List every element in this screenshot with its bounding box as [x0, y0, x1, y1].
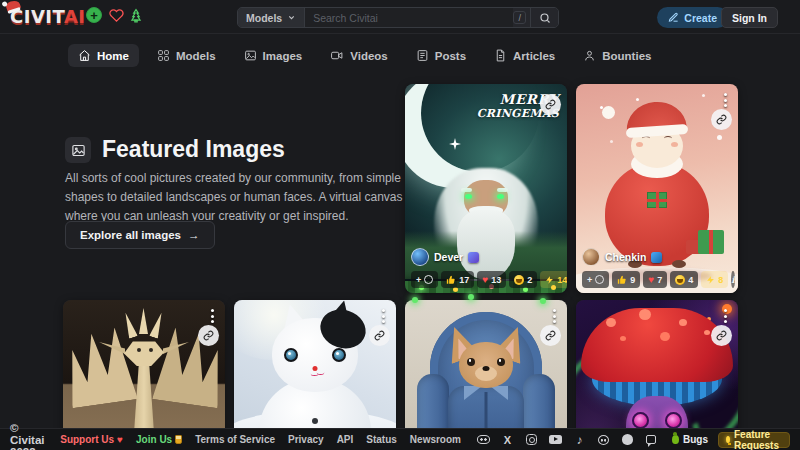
search-icon — [539, 12, 551, 24]
copy-link-button[interactable] — [711, 325, 732, 346]
copy-link-button[interactable] — [369, 325, 390, 346]
art-shape — [665, 412, 682, 429]
file-text-icon — [494, 49, 507, 62]
heart-reaction[interactable]: ♥13 — [477, 271, 506, 288]
art-shape — [606, 318, 616, 327]
art-shape — [636, 142, 643, 147]
creator-row[interactable]: Dever — [411, 248, 561, 266]
tab-models-label: Models — [176, 50, 216, 62]
footer-link-terms[interactable]: Terms of Service — [195, 434, 275, 445]
add-reaction-button[interactable]: + — [411, 271, 438, 288]
support-heart-button[interactable] — [108, 7, 124, 23]
heart-count: 13 — [491, 275, 501, 285]
tab-articles[interactable]: Articles — [484, 44, 565, 67]
beer-icon — [175, 435, 182, 444]
footer-link-privacy[interactable]: Privacy — [288, 434, 324, 445]
link-icon — [716, 114, 727, 125]
user-badge — [651, 252, 662, 263]
tab-posts-label: Posts — [435, 50, 466, 62]
footer-link-join-us[interactable]: Join Us — [136, 434, 182, 445]
home-icon — [78, 49, 91, 62]
explore-all-images-button[interactable]: Explore all images → — [65, 221, 215, 249]
x-twitter-icon[interactable]: X — [500, 432, 515, 447]
image-info-button[interactable]: i — [731, 271, 734, 288]
art-shape — [483, 366, 490, 371]
copy-link-button[interactable] — [540, 94, 561, 115]
feature-requests-button[interactable]: Feature Requests — [718, 432, 790, 448]
tab-videos[interactable]: Videos — [320, 44, 398, 67]
card-menu-button[interactable] — [722, 91, 729, 109]
art-shape — [497, 194, 504, 199]
footer-link-newsroom[interactable]: Newsroom — [410, 434, 461, 445]
card-menu-button[interactable] — [380, 307, 387, 325]
footer-link-support-us[interactable]: Support Us♥ — [60, 434, 123, 445]
add-button[interactable]: + — [86, 7, 102, 23]
github-icon[interactable] — [620, 432, 635, 447]
footer-link-api[interactable]: API — [337, 434, 354, 445]
tab-articles-label: Articles — [513, 50, 555, 62]
search-submit-button[interactable] — [530, 8, 558, 27]
create-button[interactable]: Create — [657, 7, 728, 28]
laugh-reaction[interactable]: 2 — [509, 271, 537, 288]
thumbs-up-icon — [446, 275, 456, 285]
art-shape — [332, 348, 346, 362]
twitch-icon[interactable] — [644, 432, 659, 447]
avatar[interactable] — [411, 248, 429, 266]
art-shape — [137, 348, 141, 352]
username[interactable]: Chenkin — [605, 251, 646, 263]
tab-bounties[interactable]: Bounties — [573, 44, 661, 67]
tiktok-icon[interactable]: ♪ — [572, 432, 587, 447]
search-bar: Models / — [237, 7, 559, 28]
copy-link-button[interactable] — [711, 109, 732, 130]
smiley-icon — [595, 275, 604, 284]
link-icon — [545, 99, 556, 110]
tab-posts[interactable]: Posts — [406, 44, 476, 67]
laugh-count: 2 — [527, 275, 532, 285]
plus-icon: + — [587, 275, 592, 285]
sign-in-button[interactable]: Sign In — [721, 7, 778, 28]
instagram-icon[interactable] — [524, 432, 539, 447]
feature-requests-label: Feature Requests — [734, 429, 782, 450]
person-icon — [583, 49, 596, 62]
copy-link-button[interactable] — [540, 325, 561, 346]
zap-reaction[interactable]: 14 — [540, 271, 567, 288]
tab-images[interactable]: Images — [234, 44, 313, 67]
footer-bar: © Civitai 2023 Support Us♥ Join Us Terms… — [0, 428, 800, 450]
zap-reaction[interactable]: 8 — [701, 271, 728, 288]
laugh-emoji-icon — [675, 275, 685, 285]
username[interactable]: Dever — [434, 251, 463, 263]
tab-bounties-label: Bounties — [602, 50, 651, 62]
laugh-reaction[interactable]: 4 — [670, 271, 698, 288]
copyright: © Civitai 2023 — [10, 422, 47, 450]
chevron-down-icon — [287, 13, 296, 22]
avatar[interactable] — [582, 248, 600, 266]
reddit-icon[interactable] — [596, 432, 611, 447]
discord-icon[interactable] — [476, 432, 491, 447]
bugs-button[interactable]: Bugs — [672, 434, 708, 445]
like-reaction[interactable]: 17 — [441, 271, 474, 288]
tab-models[interactable]: Models — [147, 44, 226, 67]
link-icon — [716, 330, 727, 341]
youtube-icon[interactable] — [548, 432, 563, 447]
art-shape — [465, 194, 472, 199]
logo-text: CIVITAI — [10, 6, 86, 27]
featured-image-card[interactable]: MERRY CRINGEMAS Dever + 17 ♥13 2 14 i — [405, 84, 567, 293]
holiday-event-button[interactable] — [128, 7, 144, 23]
search-input[interactable] — [305, 8, 513, 27]
card-menu-button[interactable] — [722, 307, 729, 325]
create-button-label: Create — [684, 12, 717, 24]
search-category-dropdown[interactable]: Models — [238, 8, 305, 27]
civitai-logo[interactable]: CIVITAI — [10, 6, 86, 27]
copy-link-button[interactable] — [198, 325, 219, 346]
card-menu-button[interactable] — [551, 307, 558, 325]
add-reaction-button[interactable]: + — [582, 271, 609, 288]
tab-home[interactable]: Home — [68, 44, 139, 67]
like-reaction[interactable]: 9 — [612, 271, 640, 288]
card-menu-button[interactable] — [209, 307, 216, 325]
zap-icon — [545, 275, 554, 285]
art-shape — [632, 412, 649, 429]
featured-image-card[interactable]: Chenkin + 9 ♥7 4 8 i — [576, 84, 738, 293]
footer-link-status[interactable]: Status — [366, 434, 397, 445]
heart-reaction[interactable]: ♥7 — [643, 271, 667, 288]
creator-row[interactable]: Chenkin — [582, 248, 732, 266]
